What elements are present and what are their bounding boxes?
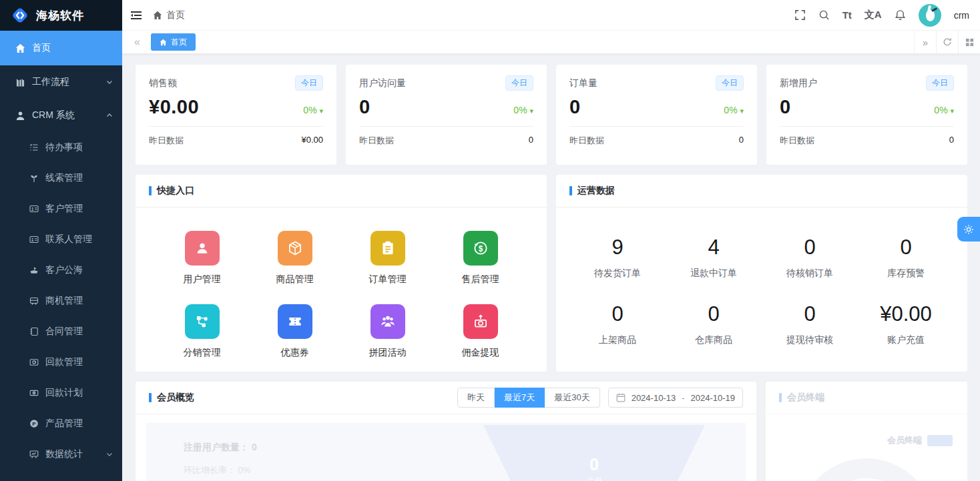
funnel-stage-register: 0 注册: [483, 425, 705, 481]
filter-last30days-button[interactable]: 最近30天: [545, 388, 599, 408]
sidebar-item-opportunities[interactable]: 商机管理: [0, 286, 122, 316]
metric-stock-warning[interactable]: 0库存预警: [858, 235, 954, 280]
sidebar-item-contacts[interactable]: 联系人管理: [0, 224, 122, 255]
search-icon[interactable]: [818, 9, 830, 21]
sidebar-item-label: 工作流程: [32, 76, 69, 88]
tabbar-controls: »: [914, 31, 980, 53]
sidebar-item-contracts[interactable]: 合同管理: [0, 316, 122, 347]
caret-down-icon: ▾: [529, 107, 533, 115]
new-users-card: 新增用户今日 00% ▾ 昨日数据0: [766, 65, 967, 165]
sidebar-item-workflow[interactable]: 工作流程: [0, 65, 122, 99]
sidebar: 海杨软件 首页 工作流程 CRM 系统 待办事项: [0, 0, 122, 481]
quick-entry-user-management[interactable]: 用户管理: [184, 231, 221, 286]
sidebar-item-leads[interactable]: 线索管理: [0, 163, 122, 193]
sidebar-item-payment-plans[interactable]: 回款计划: [0, 378, 122, 408]
breadcrumb[interactable]: 首页: [153, 9, 185, 21]
card-title: 销售额: [149, 77, 177, 89]
quick-entry-product-management[interactable]: 商品管理: [276, 231, 314, 286]
topbar: 首页 Tt 文A crm: [122, 0, 980, 30]
sidebar-item-home[interactable]: 首页: [0, 31, 122, 65]
middle-row: 快捷入口 用户管理 商品管理: [136, 175, 967, 372]
main-area: 首页 Tt 文A crm «: [122, 0, 980, 481]
quick-entry-label: 分销管理: [184, 347, 221, 359]
avatar[interactable]: [919, 4, 941, 27]
translate-icon[interactable]: 文A: [865, 9, 882, 21]
tabs-scroll-right-icon[interactable]: »: [914, 31, 936, 53]
filter-yesterday-button[interactable]: 昨天: [457, 388, 495, 408]
card-value: 0: [359, 96, 371, 118]
quick-entry-commission-withdraw[interactable]: 佣金提现: [462, 304, 499, 359]
sidebar-item-todo[interactable]: 待办事项: [0, 132, 122, 163]
sidebar-item-label: 线索管理: [45, 172, 83, 184]
quick-entry-coupon[interactable]: 优惠券: [278, 304, 312, 359]
quick-entry-distribution-management[interactable]: 分销管理: [184, 304, 221, 359]
sidebar-item-label: 首页: [32, 42, 51, 54]
tab-home[interactable]: 首页: [151, 33, 196, 51]
today-badge: 今日: [716, 75, 744, 91]
topbar-actions: Tt 文A crm: [794, 4, 969, 27]
panel-title: 运营数据: [569, 185, 615, 197]
quick-entry-order-management[interactable]: 订单管理: [369, 231, 407, 286]
sidebar-collapse-button[interactable]: [130, 10, 142, 21]
metric-pending-verify-orders[interactable]: 0待核销订单: [762, 235, 858, 280]
member-terminal-panel: 会员终端 会员终端: [766, 382, 967, 481]
legend-label: 会员终端: [887, 434, 922, 446]
card-change[interactable]: 0% ▾: [303, 105, 323, 118]
sales-amount-card: 销售额今日 ¥0.000% ▾ 昨日数据¥0.00: [136, 65, 336, 165]
username[interactable]: crm: [954, 10, 969, 21]
tabbar: « 首页 »: [122, 30, 980, 54]
growth-rate-stat: 环比增长率： 0%: [184, 464, 257, 476]
sidebar-item-products[interactable]: P 产品管理: [0, 408, 122, 439]
card-change[interactable]: 0% ▾: [513, 105, 533, 118]
sidebar-item-customer-pool[interactable]: 客户公海: [0, 255, 122, 286]
sidebar-item-customers[interactable]: 客户管理: [0, 193, 122, 224]
card-change[interactable]: 0% ▾: [724, 105, 744, 118]
statistics-board-icon: [29, 450, 39, 459]
card-value: ¥0.00: [149, 96, 199, 118]
sidebar-item-payments[interactable]: 回款管理: [0, 347, 122, 378]
quick-entry-group-buy[interactable]: 拼团活动: [369, 304, 407, 359]
funnel-label: 注册: [586, 476, 602, 481]
app-logo: 海杨软件: [0, 0, 122, 31]
footer-label: 昨日数据: [359, 135, 394, 147]
title-accent-bar: [149, 186, 152, 195]
chart-legend[interactable]: 会员终端: [887, 434, 953, 446]
metric-pending-ship-orders[interactable]: 9待发货订单: [569, 235, 666, 280]
notification-bell-icon[interactable]: [895, 9, 906, 21]
tabs-scroll-left-icon[interactable]: «: [129, 36, 146, 48]
metric-listed-products[interactable]: 0上架商品: [569, 302, 666, 346]
metric-refunding-orders[interactable]: 4退款中订单: [666, 235, 762, 280]
funnel-value: 0: [589, 456, 599, 473]
filter-last7days-button[interactable]: 最近7天: [495, 388, 545, 408]
font-size-icon[interactable]: Tt: [842, 9, 852, 21]
date-range-picker[interactable]: 2024-10-13 - 2024-10-19: [608, 388, 743, 408]
workflow-icon: [15, 77, 25, 87]
bottom-row: 会员概览 昨天 最近7天 最近30天 2024-10-13 -: [136, 382, 967, 481]
user-icon: [15, 111, 25, 121]
dollar-refresh-icon: $: [463, 231, 498, 266]
refresh-icon[interactable]: [936, 31, 958, 53]
settings-gear-button[interactable]: [957, 217, 980, 242]
grid-menu-icon[interactable]: [958, 31, 980, 53]
quick-entry-aftersale-management[interactable]: $ 售后管理: [462, 231, 499, 286]
card-change[interactable]: 0% ▾: [934, 105, 954, 118]
metric-warehouse-products[interactable]: 0仓库商品: [666, 302, 762, 346]
operations-metrics-grid: 9待发货订单 4退款中订单 0待核销订单 0库存预警 0上架商品 0仓库商品 0…: [556, 207, 967, 346]
fullscreen-icon[interactable]: [794, 9, 806, 21]
sidebar-item-data-statistics[interactable]: 数据统计: [0, 439, 122, 470]
chevron-down-icon: [106, 79, 113, 85]
caret-down-icon: ▾: [319, 107, 323, 115]
today-badge: 今日: [295, 75, 323, 91]
metric-account-recharge[interactable]: ¥0.00账户充值: [858, 302, 954, 346]
sidebar-item-label: 客户公海: [45, 264, 83, 276]
card-value: 0: [569, 96, 581, 118]
sidebar-item-crm-system[interactable]: CRM 系统: [0, 99, 122, 132]
sidebar-item-label: 客户管理: [45, 203, 83, 215]
ticket-icon: [278, 304, 312, 339]
sidebar-item-label: 回款计划: [45, 387, 83, 399]
box-icon: [278, 231, 312, 266]
breadcrumb-label: 首页: [166, 9, 185, 21]
crm-dashboard: 海杨软件 首页 工作流程 CRM 系统 待办事项: [0, 0, 980, 481]
metric-withdraw-pending-review[interactable]: 0提现待审核: [762, 302, 858, 346]
product-p-icon: P: [29, 419, 39, 428]
